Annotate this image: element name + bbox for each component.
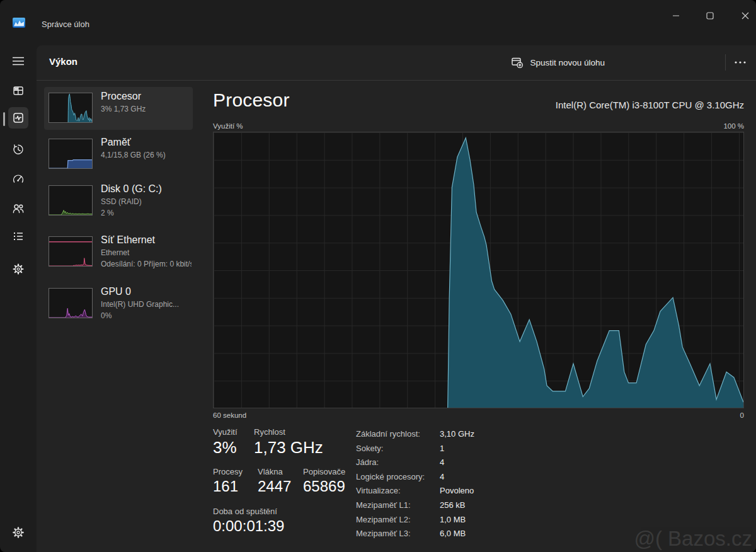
minimize-icon	[672, 12, 680, 20]
handles-label: Popisovače	[303, 467, 345, 476]
nav-users-button[interactable]	[8, 198, 28, 219]
header-divider	[37, 80, 756, 81]
details-icon	[12, 230, 25, 243]
nav-startup-apps-button[interactable]	[8, 168, 28, 190]
usage-value: 3%	[213, 438, 237, 457]
card-subtitle2: 0%	[101, 311, 192, 320]
axis-label-0: 0	[740, 411, 744, 419]
card-subtitle: SSD (RAID)	[101, 197, 192, 206]
content-panel: Výkon Spustit novou úlohu Procesor 3% 1,…	[37, 45, 756, 552]
kv-label: Virtualizace:	[356, 486, 401, 495]
card-subtitle2: Odesílání: 0 Příjem: 0 kbit/s	[101, 260, 192, 268]
axis-label-utilization: Využití %	[213, 122, 243, 130]
services-icon	[12, 263, 25, 275]
kv-value: 256 kB	[440, 500, 465, 510]
settings-gear-icon	[12, 526, 25, 539]
nav-services-button[interactable]	[8, 258, 28, 280]
sidebar-card-disk[interactable]: Disk 0 (G: C:) SSD (RAID) 2 %	[44, 180, 193, 227]
sidebar-card-gpu[interactable]: GPU 0 Intel(R) UHD Graphic... 0%	[44, 282, 193, 331]
disk-mini-chart	[49, 185, 93, 216]
card-subtitle: 4,1/15,8 GB (26 %)	[101, 151, 192, 159]
kv-value: 1,0 MB	[440, 515, 466, 524]
kv-value: 4	[440, 457, 444, 467]
maximize-button[interactable]	[696, 5, 724, 26]
ethernet-mini-chart	[49, 236, 93, 267]
card-subtitle: 3% 1,73 GHz	[101, 105, 192, 113]
kv-value: 6,0 MB	[440, 529, 466, 538]
users-icon	[12, 202, 25, 215]
settings-button[interactable]	[8, 522, 28, 543]
axis-label-60-seconds: 60 sekund	[213, 411, 246, 419]
uptime-value: 0:00:01:39	[213, 517, 284, 535]
minimize-button[interactable]	[662, 5, 690, 26]
kv-label: Základní rychlost:	[356, 429, 420, 439]
card-subtitle: Ethernet	[101, 248, 192, 257]
more-options-button[interactable]	[730, 53, 751, 72]
nav-app-history-button[interactable]	[8, 139, 28, 160]
sidebar-card-cpu[interactable]: Procesor 3% 1,73 GHz	[44, 87, 193, 130]
threads-label: Vlákna	[258, 467, 283, 476]
card-title: Disk 0 (G: C:)	[101, 183, 192, 195]
kv-label: Mezipaměť L3:	[356, 529, 411, 538]
cpu-mini-chart	[49, 93, 93, 123]
hamburger-menu-button[interactable]	[8, 50, 28, 72]
header-separator	[725, 54, 726, 71]
page-title: Výkon	[49, 56, 77, 67]
titlebar[interactable]: Správce úloh	[0, 0, 756, 33]
cpu-section-title: Procesor	[213, 89, 290, 111]
sidebar-card-ethernet[interactable]: Síť Ethernet Ethernet Odesílání: 0 Příje…	[44, 231, 193, 281]
cpu-stats-right: Základní rychlost:3,10 GHz Sokety:1 Jádr…	[356, 429, 564, 549]
selected-nav-indicator	[3, 112, 5, 126]
axis-label-100-percent: 100 %	[723, 122, 744, 130]
nav-details-button[interactable]	[8, 226, 28, 247]
nav-rail	[0, 33, 37, 552]
cpu-utilization-chart	[213, 132, 744, 408]
card-title: Procesor	[101, 91, 192, 102]
processes-label: Procesy	[213, 467, 243, 476]
speed-label: Rychlost	[254, 427, 285, 437]
card-subtitle: Intel(R) UHD Graphic...	[101, 300, 192, 309]
kv-value: 4	[440, 472, 444, 481]
card-title: Paměť	[101, 137, 192, 148]
kv-label: Jádra:	[356, 457, 379, 467]
run-new-task-label: Spustit novou úlohu	[530, 58, 605, 67]
nav-processes-button[interactable]	[8, 80, 28, 101]
memory-mini-chart	[49, 139, 93, 169]
app-history-icon	[12, 143, 25, 156]
new-task-window-plus-icon	[511, 56, 524, 69]
usage-label: Využití	[213, 427, 238, 437]
card-subtitle2: 2 %	[101, 209, 192, 217]
kv-label: Logické procesory:	[356, 472, 425, 481]
close-button[interactable]	[731, 5, 756, 26]
startup-apps-icon	[12, 173, 25, 185]
card-title: Síť Ethernet	[101, 234, 192, 246]
gpu-mini-chart	[49, 288, 93, 318]
kv-value: 3,10 GHz	[440, 429, 474, 439]
handles-value: 65869	[303, 478, 345, 495]
maximize-icon	[706, 12, 714, 20]
hamburger-menu-icon	[12, 56, 25, 66]
kv-label: Mezipaměť L1:	[356, 500, 411, 510]
run-new-task-button[interactable]: Spustit novou úlohu	[506, 50, 610, 74]
cpu-stats-left: Využití Rychlost 3% 1,73 GHz Procesy Vlá…	[213, 427, 364, 547]
nav-performance-button[interactable]	[8, 107, 28, 129]
speed-value: 1,73 GHz	[254, 438, 323, 457]
kv-value: 1	[440, 444, 444, 453]
uptime-label: Doba od spuštění	[213, 507, 277, 516]
card-title: GPU 0	[101, 286, 192, 297]
performance-icon	[12, 112, 25, 124]
cpu-chart-series	[214, 132, 743, 408]
task-manager-window: Správce úloh	[0, 0, 756, 552]
kv-label: Sokety:	[356, 444, 383, 453]
kv-label: Mezipaměť L2:	[356, 515, 411, 524]
ellipsis-icon	[734, 60, 747, 64]
task-manager-logo-icon	[13, 18, 25, 28]
processes-icon	[12, 84, 25, 97]
kv-value: Povoleno	[440, 486, 474, 495]
window-title: Správce úloh	[42, 20, 89, 29]
close-icon	[742, 12, 749, 20]
threads-value: 2447	[258, 478, 291, 495]
processes-value: 161	[213, 478, 238, 495]
sidebar-card-memory[interactable]: Paměť 4,1/15,8 GB (26 %)	[44, 133, 193, 176]
cpu-model-name: Intel(R) Core(TM) i3-8100T CPU @ 3.10GHz	[556, 100, 744, 110]
